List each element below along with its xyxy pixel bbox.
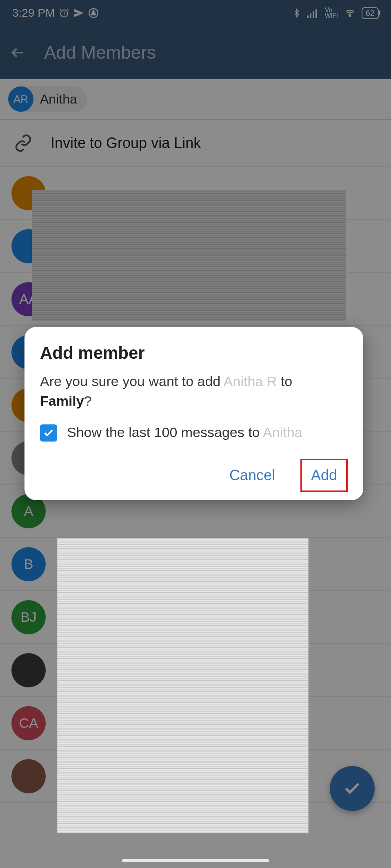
dialog-title: Add member (40, 343, 348, 363)
add-member-dialog: Add member Are you sure you want to add … (24, 327, 363, 500)
redacted-area (57, 538, 309, 833)
dialog-msg-group: Family (40, 393, 84, 409)
show-history-row[interactable]: Show the last 100 messages to Anitha (40, 423, 348, 442)
show-history-checkbox[interactable] (40, 424, 57, 442)
dialog-msg-mid: to (277, 373, 292, 389)
cancel-button[interactable]: Cancel (220, 459, 284, 492)
dialog-msg-person: Anitha R (224, 373, 277, 389)
dialog-message: Are you sure you want to add Anitha R to… (40, 372, 348, 411)
check-label-person: Anitha (263, 424, 302, 440)
add-button[interactable]: Add (300, 459, 348, 492)
home-indicator (122, 859, 269, 862)
dialog-actions: Cancel Add (40, 459, 348, 492)
dialog-msg-prefix: Are you sure you want to add (40, 373, 224, 389)
show-history-label: Show the last 100 messages to Anitha (67, 423, 302, 442)
dialog-msg-suffix: ? (84, 393, 92, 409)
check-label-prefix: Show the last 100 messages to (67, 424, 263, 440)
